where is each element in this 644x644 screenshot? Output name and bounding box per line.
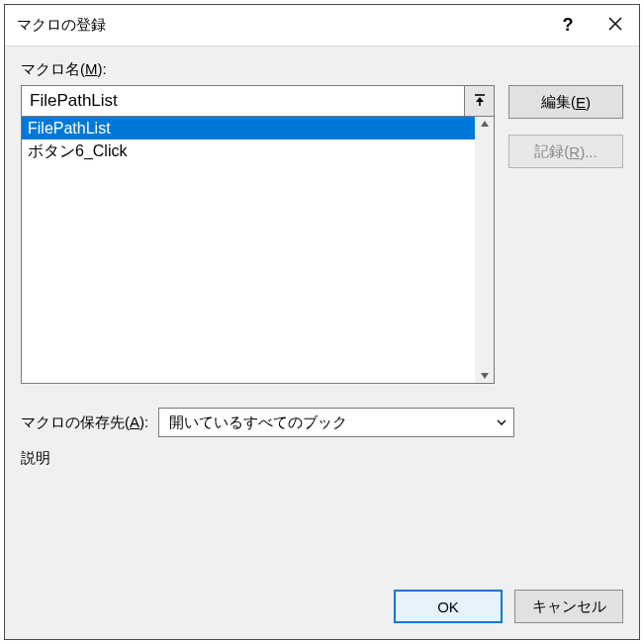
list-item[interactable]: ボタン6_Click [22,139,475,162]
list-item[interactable]: FilePathList [22,117,475,139]
description-label: 説明 [21,449,623,468]
macro-name-input[interactable] [21,85,465,117]
record-button: 記録(R)... [508,135,623,168]
titlebar: マクロの登録 ? [5,5,639,46]
svg-marker-5 [481,121,489,127]
macros-in-combobox[interactable]: 開いているすべてのブック [158,408,514,437]
chevron-down-icon [496,414,507,431]
macros-in-label: マクロの保存先(A): [21,414,148,432]
scrollbar[interactable] [475,117,494,383]
cancel-button[interactable]: キャンセル [514,590,623,623]
close-icon [608,17,622,34]
upload-icon [473,93,487,110]
dialog-body: マクロ名(M): FilePathListボタン6_Click [5,46,639,639]
combobox-value: 開いているすべてのブック [169,414,347,432]
edit-button[interactable]: 編集(E) [508,85,623,119]
macro-listbox[interactable]: FilePathListボタン6_Click [21,117,495,384]
scroll-down-icon[interactable] [480,371,490,381]
close-button[interactable] [592,5,639,46]
scroll-up-icon[interactable] [480,119,490,129]
help-button[interactable]: ? [544,5,592,46]
ok-button[interactable]: OK [394,590,503,623]
svg-marker-6 [481,373,489,379]
macro-name-label: マクロ名(M): [21,60,623,79]
reference-button[interactable] [465,85,495,117]
dialog-title: マクロの登録 [17,16,544,35]
assign-macro-dialog: マクロの登録 ? マクロ名(M): [4,4,640,640]
